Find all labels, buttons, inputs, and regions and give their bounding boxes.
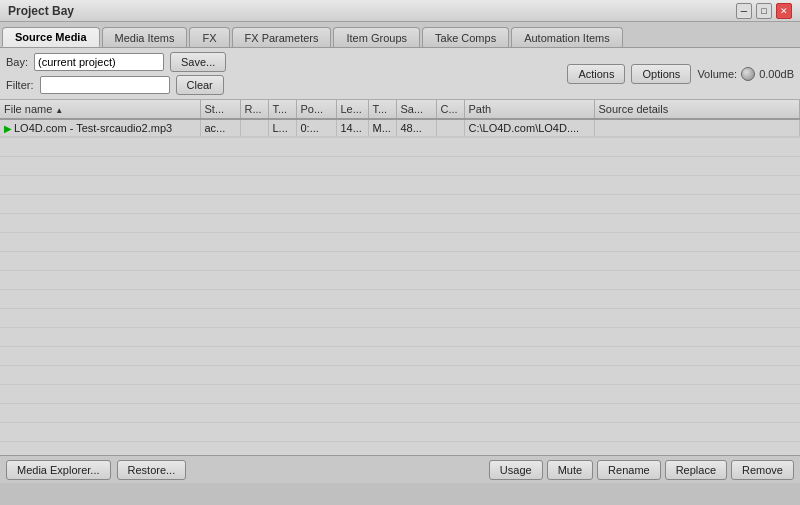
volume-area: Volume: 0.00dB <box>697 67 794 81</box>
actions-button[interactable]: Actions <box>567 64 625 84</box>
media-table: File name St... R... T... Po... <box>0 100 800 137</box>
cell-le: 14... <box>336 119 368 137</box>
tab-item-groups[interactable]: Item Groups <box>333 27 420 47</box>
bottom-right-buttons: Usage Mute Rename Replace Remove <box>489 460 794 480</box>
mute-button[interactable]: Mute <box>547 460 593 480</box>
filter-row: Filter: Clear <box>6 75 226 95</box>
restore-button-bottom[interactable]: Restore... <box>117 460 187 480</box>
media-explorer-button[interactable]: Media Explorer... <box>6 460 111 480</box>
filter-input[interactable] <box>40 76 170 94</box>
col-header-sa[interactable]: Sa... <box>396 100 436 119</box>
tab-fx-parameters[interactable]: FX Parameters <box>232 27 332 47</box>
cell-source <box>594 119 800 137</box>
col-header-r[interactable]: R... <box>240 100 268 119</box>
cell-st: ac... <box>200 119 240 137</box>
volume-value: 0.00dB <box>759 68 794 80</box>
tab-bar: Source Media Media Items FX FX Parameter… <box>0 22 800 48</box>
volume-knob[interactable] <box>741 67 755 81</box>
filter-label: Filter: <box>6 79 34 91</box>
cell-po: 0:... <box>296 119 336 137</box>
title-bar-controls: ─ □ ✕ <box>736 3 792 19</box>
save-button[interactable]: Save... <box>170 52 226 72</box>
bay-label: Bay: <box>6 56 28 68</box>
clear-button[interactable]: Clear <box>176 75 224 95</box>
col-header-filename[interactable]: File name <box>0 100 200 119</box>
tab-source-media[interactable]: Source Media <box>2 27 100 47</box>
content-area: File name St... R... T... Po... <box>0 100 800 455</box>
toolbar-left: Bay: Save... Filter: Clear <box>6 52 226 95</box>
tab-take-comps[interactable]: Take Comps <box>422 27 509 47</box>
rename-button[interactable]: Rename <box>597 460 661 480</box>
play-icon: ▶ <box>4 123 12 134</box>
toolbar-right: Actions Options Volume: 0.00dB <box>567 64 794 84</box>
title-bar: Project Bay ─ □ ✕ <box>0 0 800 22</box>
cell-path: C:\LO4D.com\LO4D.... <box>464 119 594 137</box>
restore-button[interactable]: □ <box>756 3 772 19</box>
main-window: Project Bay ─ □ ✕ Source Media Media Ite… <box>0 0 800 483</box>
cell-t2: M... <box>368 119 396 137</box>
cell-filename: ▶LO4D.com - Test-srcaudio2.mp3 <box>0 119 200 137</box>
table-header-row: File name St... R... T... Po... <box>0 100 800 119</box>
tab-automation-items[interactable]: Automation Items <box>511 27 623 47</box>
toolbar: Bay: Save... Filter: Clear Actions Optio… <box>0 48 800 100</box>
cell-t: L... <box>268 119 296 137</box>
col-header-t[interactable]: T... <box>268 100 296 119</box>
usage-button[interactable]: Usage <box>489 460 543 480</box>
window-title: Project Bay <box>8 4 74 18</box>
col-header-le[interactable]: Le... <box>336 100 368 119</box>
bay-input[interactable] <box>34 53 164 71</box>
col-header-c[interactable]: C... <box>436 100 464 119</box>
cell-r <box>240 119 268 137</box>
minimize-button[interactable]: ─ <box>736 3 752 19</box>
restore-icon: □ <box>761 6 766 16</box>
remove-button[interactable]: Remove <box>731 460 794 480</box>
cell-sa: 48... <box>396 119 436 137</box>
close-button[interactable]: ✕ <box>776 3 792 19</box>
cell-c <box>436 119 464 137</box>
options-button[interactable]: Options <box>631 64 691 84</box>
tab-fx[interactable]: FX <box>189 27 229 47</box>
empty-table-area <box>0 137 800 455</box>
table-row[interactable]: ▶LO4D.com - Test-srcaudio2.mp3ac...L...0… <box>0 119 800 137</box>
bay-row: Bay: Save... <box>6 52 226 72</box>
col-header-st[interactable]: St... <box>200 100 240 119</box>
replace-button[interactable]: Replace <box>665 460 727 480</box>
minimize-icon: ─ <box>741 6 747 16</box>
table-container[interactable]: File name St... R... T... Po... <box>0 100 800 455</box>
volume-label: Volume: <box>697 68 737 80</box>
col-header-path[interactable]: Path <box>464 100 594 119</box>
col-header-po[interactable]: Po... <box>296 100 336 119</box>
close-icon: ✕ <box>780 6 788 16</box>
col-header-source[interactable]: Source details <box>594 100 800 119</box>
bottom-bar: Media Explorer... Restore... Usage Mute … <box>0 455 800 483</box>
col-header-t2[interactable]: T... <box>368 100 396 119</box>
tab-media-items[interactable]: Media Items <box>102 27 188 47</box>
